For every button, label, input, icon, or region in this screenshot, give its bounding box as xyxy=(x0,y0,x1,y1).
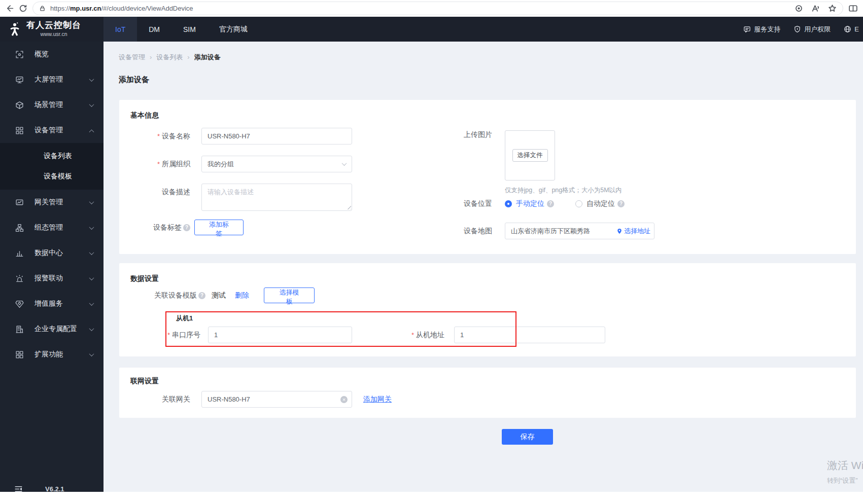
gateway-monitor-icon xyxy=(15,198,24,207)
language-switch[interactable]: E xyxy=(844,25,859,33)
device-description-textarea[interactable] xyxy=(201,184,352,211)
service-support[interactable]: 服务支持 xyxy=(743,25,780,34)
device-name-input[interactable] xyxy=(201,128,352,145)
user-permissions[interactable]: 用户权限 xyxy=(793,25,831,34)
sidebar-item-label: 设备管理 xyxy=(34,126,63,135)
sidebar-item-device[interactable]: 设备管理 xyxy=(0,118,103,143)
sidebar-item-label: 场景管理 xyxy=(34,100,63,110)
device-name-label: 设备名称 xyxy=(157,132,190,141)
bar-chart-icon xyxy=(15,249,24,258)
windows-activation-watermark: 激活 Wi 转到“设置” xyxy=(827,458,863,485)
organization-select[interactable]: 我的分组 xyxy=(201,156,352,172)
device-tag-label: 设备标签 xyxy=(153,223,182,232)
sidebar-item-label: 数据中心 xyxy=(34,248,63,258)
sidebar-item-datacenter[interactable]: 数据中心 xyxy=(0,240,103,266)
tab-iot[interactable]: IoT xyxy=(103,17,137,42)
sidebar-item-label: 企业专属配置 xyxy=(34,325,77,334)
device-description-label: 设备描述 xyxy=(162,188,190,197)
refresh-icon[interactable] xyxy=(19,4,27,13)
manual-location-radio[interactable] xyxy=(505,200,512,207)
sidebar-item-configuration[interactable]: 组态管理 xyxy=(0,215,103,240)
siren-icon xyxy=(15,274,24,283)
manual-location-label[interactable]: 手动定位 xyxy=(516,199,544,208)
sidebar-item-device-list[interactable]: 设备列表 xyxy=(0,146,103,166)
lock-icon[interactable] xyxy=(39,5,46,12)
location-pin-icon xyxy=(616,228,623,235)
address-bar[interactable]: https://mp.usr.cn/#/cloud/device/ViewAdd… xyxy=(32,2,843,15)
url-text[interactable]: https://mp.usr.cn/#/cloud/device/ViewAdd… xyxy=(50,5,790,12)
linked-gateway-input[interactable] xyxy=(201,391,352,408)
breadcrumb-device-management[interactable]: 设备管理 xyxy=(119,53,152,62)
product-tabs: IoT DM SIM 官方商城 xyxy=(103,17,259,42)
building-icon xyxy=(15,325,24,334)
locate-icon[interactable] xyxy=(795,4,803,13)
grid-apps-icon xyxy=(15,350,24,359)
split-screen-icon[interactable] xyxy=(848,4,858,13)
delete-template-link[interactable]: 删除 xyxy=(235,291,249,300)
sidebar-item-overview[interactable]: 概览 xyxy=(0,42,103,67)
help-icon[interactable] xyxy=(198,292,205,299)
template-name: 测试 xyxy=(212,291,226,300)
sidebar-item-label: 组态管理 xyxy=(34,223,63,232)
screen-icon xyxy=(15,76,24,84)
sidebar-item-scene[interactable]: 场景管理 xyxy=(0,92,103,118)
tab-mall[interactable]: 官方商城 xyxy=(208,17,259,42)
sidebar-item-label: 概览 xyxy=(34,50,49,59)
brand-subtitle: www.usr.cn xyxy=(26,31,81,38)
chevron-down-icon xyxy=(89,326,94,331)
clear-input-icon[interactable] xyxy=(340,396,348,403)
help-icon[interactable] xyxy=(183,224,190,231)
slave-address-input[interactable] xyxy=(454,327,605,343)
help-icon[interactable] xyxy=(547,200,554,207)
data-settings-card: 数据设置 关联设备模版 测试 删除 选择模板 从机1 串口序号 从机地址 xyxy=(119,263,856,356)
basic-info-title: 基本信息 xyxy=(130,111,159,120)
favorite-star-icon[interactable] xyxy=(828,4,837,13)
serial-number-input[interactable] xyxy=(208,327,352,343)
sidebar-item-label: 报警联动 xyxy=(34,274,63,283)
badge-diamond-icon xyxy=(15,300,24,308)
tab-dm[interactable]: DM xyxy=(137,17,171,42)
auto-location-label[interactable]: 自动定位 xyxy=(586,199,615,208)
choose-template-button[interactable]: 选择模板 xyxy=(264,287,315,303)
upload-dropzone[interactable]: 选择文件 xyxy=(505,130,555,181)
chevron-down-icon xyxy=(89,199,94,204)
linked-template-label: 关联设备模版 xyxy=(154,291,197,300)
usr-person-logo-icon xyxy=(7,22,22,37)
serial-number-label: 串口序号 xyxy=(167,331,200,340)
sidebar-item-value-services[interactable]: 增值服务 xyxy=(0,291,103,316)
back-icon[interactable] xyxy=(5,4,14,13)
auto-location-radio[interactable] xyxy=(575,200,582,207)
breadcrumb-device-list[interactable]: 设备列表 xyxy=(156,53,189,62)
basic-info-card: 基本信息 设备名称 所属组织 我的分组 设备描述 设备标签 xyxy=(119,100,856,254)
add-gateway-link[interactable]: 添加网关 xyxy=(363,395,392,404)
add-tag-button[interactable]: 添加标签 xyxy=(194,220,244,235)
upload-hint: 仅支持jpg、gif、png格式；大小为5M以内 xyxy=(505,186,622,195)
sidebar-item-gateway[interactable]: 网关管理 xyxy=(0,190,103,215)
chevron-down-icon xyxy=(89,301,94,306)
sidebar-item-label: 大屏管理 xyxy=(34,75,63,84)
sidebar-item-extensions[interactable]: 扩展功能 xyxy=(0,342,103,367)
brand-logo[interactable]: 有人云控制台 www.usr.cn xyxy=(0,17,103,42)
data-settings-title: 数据设置 xyxy=(130,274,159,283)
choose-file-button[interactable]: 选择文件 xyxy=(512,149,548,162)
save-button[interactable]: 保存 xyxy=(502,429,553,445)
upload-image-label: 上传图片 xyxy=(464,130,492,139)
browser-toolbar: https://mp.usr.cn/#/cloud/device/ViewAdd… xyxy=(0,0,863,17)
read-aloud-icon[interactable] xyxy=(811,4,820,13)
comment-icon xyxy=(743,25,751,33)
top-navbar: 有人云控制台 www.usr.cn IoT DM SIM 官方商城 服务支持 用… xyxy=(0,17,863,42)
breadcrumb-add-device: 添加设备 xyxy=(194,53,221,62)
sidebar-item-device-template[interactable]: 设备模板 xyxy=(0,166,103,187)
sidebar-item-enterprise[interactable]: 企业专属配置 xyxy=(0,316,103,342)
tab-sim[interactable]: SIM xyxy=(171,17,208,42)
choose-address-link[interactable]: 选择地址 xyxy=(616,227,650,236)
main-content: 设备管理 设备列表 添加设备 添加设备 基本信息 设备名称 所属组织 我的分组 … xyxy=(103,42,863,492)
chevron-down-icon xyxy=(89,225,94,230)
sidebar-item-label: 增值服务 xyxy=(34,299,63,308)
breadcrumb: 设备管理 设备列表 添加设备 xyxy=(119,53,221,62)
sidebar-item-alarm[interactable]: 报警联动 xyxy=(0,266,103,291)
sidebar-item-bigscreen[interactable]: 大屏管理 xyxy=(0,67,103,92)
linked-gateway-label: 关联网关 xyxy=(162,395,190,404)
help-icon[interactable] xyxy=(617,200,625,207)
org-chart-icon xyxy=(15,224,24,232)
